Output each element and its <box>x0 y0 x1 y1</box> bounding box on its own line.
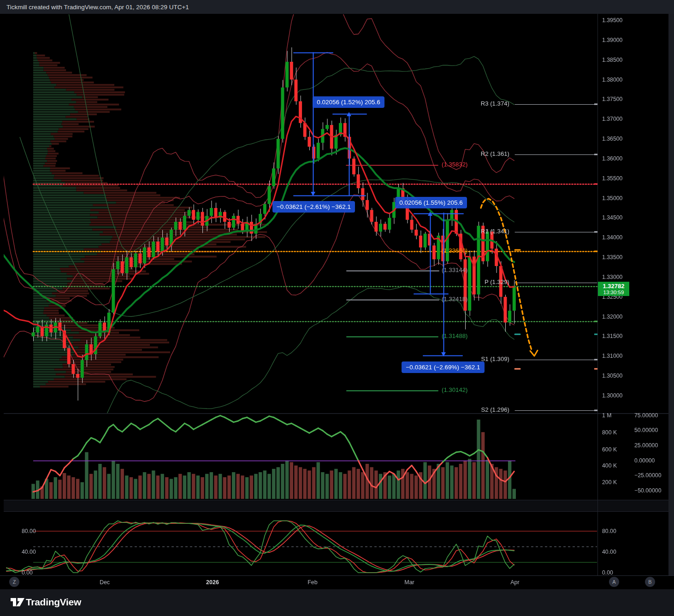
price-tick-label: 1.31500 <box>602 333 622 339</box>
stoch-tick-label-left: 0.00 <box>22 570 33 575</box>
price-tick-label: 1.37500 <box>602 96 622 102</box>
price-tick-label: 1.37000 <box>602 116 622 122</box>
price-level-label: (1.31488) <box>442 333 467 339</box>
time-axis-label: Mar <box>404 579 414 586</box>
price-tick-label: 1.31000 <box>602 353 622 359</box>
measurement-label[interactable]: 0.02056 (1.55%) 205.6 <box>395 197 467 208</box>
price-level-label: (1.30142) <box>442 387 467 393</box>
price-tick-label: 1.36500 <box>602 136 622 142</box>
oscillator-tick-label: 75.00000 <box>634 413 658 418</box>
tradingview-logo-icon <box>10 597 25 608</box>
tradingview-snapshot: 1.395001.390001.385001.380001.375001.370… <box>0 0 674 616</box>
price-tick-label: 1.33500 <box>602 255 622 260</box>
price-tick-label: 1.30000 <box>602 393 622 398</box>
time-axis-label: Apr <box>510 579 519 586</box>
price-level-label: (1.33660) <box>442 248 467 254</box>
oscillator-tick-label: 0.00000 <box>634 458 655 463</box>
price-tick-label: 1.32000 <box>602 314 622 320</box>
time-axis-label: Feb <box>307 579 318 586</box>
price-tick-label: 1.38500 <box>602 57 622 63</box>
tradingview-brand: TradingView <box>26 597 81 608</box>
oscillator-tick-label: 50.00000 <box>634 427 658 433</box>
badge-price: 1.32782 <box>598 282 629 290</box>
volume-tick-label: 400 K <box>602 463 617 468</box>
footer: TradingView <box>0 589 674 616</box>
price-tick-label: 1.35500 <box>602 176 622 181</box>
oscillator-tick-label: −50.00000 <box>634 488 661 493</box>
price-tick-label: 1.35000 <box>602 195 622 201</box>
price-tick-label: 1.38000 <box>602 77 622 83</box>
time-axis-label: Dec <box>100 579 110 586</box>
price-level-label: (1.32418) <box>442 296 467 302</box>
snapshot-title: Tickmill created with TradingView.com, A… <box>0 0 189 11</box>
stoch-tick-label: 40.00 <box>602 549 616 555</box>
price-level-label: (1.33144) <box>442 267 467 273</box>
price-tick-label: 1.34500 <box>602 215 622 220</box>
button-b[interactable]: B <box>645 577 655 587</box>
volume-tick-label: 600 K <box>602 447 617 452</box>
current-price-badge[interactable]: 1.32782 13:30:59 <box>598 282 629 296</box>
stoch-tick-label-left: 80.00 <box>22 528 36 534</box>
price-tick-label: 1.33000 <box>602 274 622 280</box>
price-tick-label: 1.34000 <box>602 235 622 240</box>
pivot-label: S2 (1.296) <box>436 407 509 413</box>
pivot-label: R2 (1.361) <box>436 151 509 157</box>
volume-tick-label: 800 K <box>602 430 617 435</box>
oscillator-tick-label: 25.00000 <box>634 443 658 448</box>
stoch-tick-label: 0.00 <box>602 570 613 575</box>
price-tick-label: 1.36000 <box>602 156 622 161</box>
stoch-tick-label: 80.00 <box>602 528 616 534</box>
price-level-label: (1.35832) <box>442 161 467 167</box>
volume-tick-label: 200 K <box>602 480 617 485</box>
measurement-label[interactable]: 0.02056 (1.52%) 205.6 <box>313 96 384 108</box>
stoch-tick-label-left: 40.00 <box>22 549 36 555</box>
price-tick-label: 1.39500 <box>602 18 622 23</box>
volume-tick-label: 1 M <box>602 413 612 418</box>
time-axis[interactable]: Dec2026FebMarApr <box>0 575 674 590</box>
pivot-label: R1 (1.341) <box>436 228 509 234</box>
measurement-label[interactable]: −0.03621 (−2.61%) −362.1 <box>272 201 355 213</box>
badge-countdown: 13:30:59 <box>598 290 629 295</box>
header: Tickmill created with TradingView.com, A… <box>0 0 674 14</box>
pivot-label: P (1.329) <box>436 279 509 285</box>
chart-overlays: 1.395001.390001.385001.380001.375001.370… <box>0 0 674 616</box>
oscillator-tick-label: −25.00000 <box>634 473 661 478</box>
measurement-label[interactable]: −0.03621 (−2.69%) −362.1 <box>402 361 485 373</box>
price-tick-label: 1.30500 <box>602 373 622 379</box>
pivot-label: R3 (1.374) <box>436 101 509 107</box>
button-z[interactable]: Z <box>9 577 19 587</box>
button-a[interactable]: A <box>609 577 619 587</box>
price-tick-label: 1.39000 <box>602 37 622 43</box>
time-axis-label: 2026 <box>206 579 219 586</box>
